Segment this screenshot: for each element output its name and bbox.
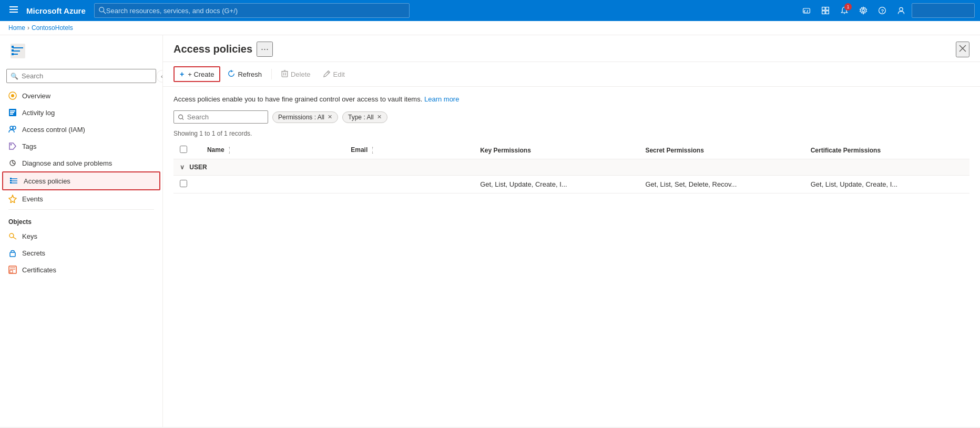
sidebar-search-input[interactable] [6,69,156,83]
hamburger-menu[interactable] [5,3,22,18]
refresh-label: Refresh [238,70,262,78]
col-header-cert-permissions: Certificate Permissions [804,141,969,159]
settings-icon[interactable] [855,2,872,19]
edit-label: Edit [333,70,345,78]
sidebar-item-activity-log[interactable]: Activity log [0,104,162,121]
sidebar-item-certificates[interactable]: Certificates [0,261,162,278]
row-checkbox[interactable] [180,180,187,187]
sidebar-item-keys[interactable]: Keys [0,228,162,244]
row-checkbox-cell [173,176,201,193]
svg-point-12 [862,9,865,12]
svg-rect-39 [10,180,12,181]
group-row-cell: ∨ USER [173,159,969,176]
create-label: + Create [187,70,214,78]
svg-point-24 [11,94,14,97]
sidebar-item-access-policies[interactable]: Access policies [2,171,160,190]
table-group-row: ∨ USER [173,159,969,176]
svg-rect-2 [9,12,18,13]
filter-row: Permissions : All ✕ Type : All ✕ [173,110,969,124]
svg-rect-40 [10,182,12,184]
svg-rect-26 [10,110,15,111]
page-header: Access policies ··· [163,35,980,62]
svg-line-58 [182,118,183,119]
objects-section-label: Objects [0,212,162,228]
sidebar-search: 🔍 [0,65,162,87]
page-close-button[interactable] [956,42,969,57]
global-search-bar[interactable] [94,3,410,18]
row-cert-permissions-cell: Get, List, Update, Create, I... [804,176,969,193]
type-filter-label: Type : All [348,114,374,121]
info-text: Access policies enable you to have fine … [173,95,969,103]
sidebar-item-label-events: Events [22,195,43,203]
edit-button[interactable]: Edit [318,67,350,81]
table-header-row: Name ↑↓ Email ↑↓ Key Permiss [173,141,969,159]
type-filter-close[interactable]: ✕ [377,114,382,120]
sidebar-header [0,35,162,65]
sidebar-item-label-tags: Tags [22,142,36,150]
delete-label: Delete [291,70,311,78]
certificates-icon [8,266,17,274]
table-body: ∨ USER Get, List, Update, Create, I... G… [173,159,969,193]
breadcrumb-contoso[interactable]: ContosoHotels [32,24,73,32]
nav-divider [8,209,154,210]
refresh-button[interactable]: Refresh [222,67,267,81]
svg-point-3 [99,7,104,12]
select-all-checkbox[interactable] [180,146,187,153]
cloud-shell-icon[interactable] [798,2,815,19]
page-title: Access policies [173,43,252,55]
col-header-email: Email ↑↓ [344,141,474,159]
create-button[interactable]: + + Create [173,66,220,82]
help-icon[interactable]: ? [874,2,891,19]
notifications-icon[interactable]: 1 [836,2,853,19]
name-sort-arrows[interactable]: ↑↓ [228,146,230,155]
tags-icon [8,142,17,150]
breadcrumb-home[interactable]: Home [8,24,25,32]
sidebar-item-label-activity-log: Activity log [22,109,55,117]
group-chevron-icon[interactable]: ∨ [180,164,185,171]
row-name-cell [201,176,344,193]
group-label: USER [189,164,207,171]
svg-point-57 [179,115,183,119]
sidebar-item-label-secrets: Secrets [22,249,45,257]
svg-rect-20 [12,46,14,48]
portal-menu-icon[interactable] [817,2,834,19]
sidebar-search-icon: 🔍 [11,73,18,80]
global-search-input[interactable] [106,7,405,15]
svg-rect-28 [10,114,13,115]
table-header: Name ↑↓ Email ↑↓ Key Permiss [173,141,969,159]
keys-icon [8,232,17,240]
svg-point-42 [9,233,14,238]
row-key-permissions-cell: Get, List, Update, Create, I... [474,176,639,193]
svg-line-4 [104,12,106,14]
permissions-filter-close[interactable]: ✕ [328,114,332,120]
main-layout: 🔍 « Overview Activity log [0,35,980,427]
create-icon: + [180,70,184,78]
sidebar: 🔍 « Overview Activity log [0,35,163,427]
sidebar-item-label-keys: Keys [22,232,37,240]
toolbar-separator [271,69,272,79]
table-search-box[interactable] [173,110,268,124]
svg-rect-27 [10,112,14,113]
sidebar-item-diagnose[interactable]: Diagnose and solve problems [0,155,162,171]
user-icon[interactable] [893,2,910,19]
email-sort-arrows[interactable]: ↑↓ [372,146,374,155]
page-more-button[interactable]: ··· [257,42,273,57]
delete-button[interactable]: Delete [276,67,316,81]
sidebar-item-access-control[interactable]: Access control (IAM) [0,121,162,138]
sidebar-item-label-access-control: Access control (IAM) [22,126,85,134]
sidebar-item-secrets[interactable]: Secrets [0,244,162,261]
permissions-filter-tag[interactable]: Permissions : All ✕ [272,111,338,123]
svg-rect-5 [803,8,810,13]
sidebar-search-wrapper: 🔍 « [0,65,162,87]
sidebar-item-events[interactable]: Events [0,190,162,207]
table-search-input[interactable] [187,113,263,121]
sidebar-item-tags[interactable]: Tags [0,138,162,155]
learn-more-link[interactable]: Learn more [424,95,459,103]
account-box[interactable] [912,3,975,18]
sidebar-item-overview[interactable]: Overview [0,87,162,104]
type-filter-tag[interactable]: Type : All ✕ [342,111,387,123]
svg-point-31 [11,144,12,146]
sidebar-item-label-overview: Overview [22,92,50,100]
svg-point-15 [900,7,903,11]
access-policies-icon [10,177,18,185]
